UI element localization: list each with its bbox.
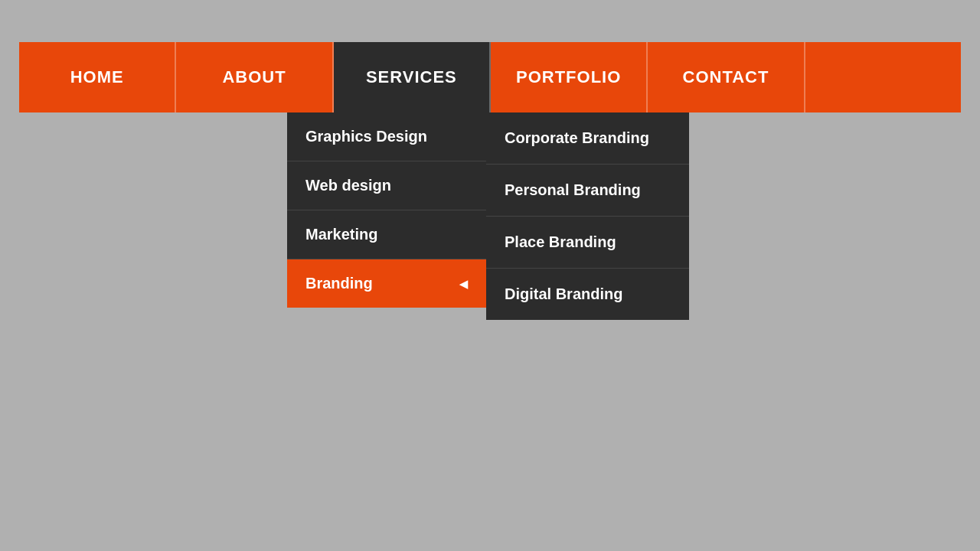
nav-services[interactable]: SERVICES: [334, 42, 491, 112]
dropdown-branding-label: Branding: [305, 275, 373, 292]
submenu-place-branding[interactable]: Place Branding: [486, 217, 689, 269]
dropdown-web-design[interactable]: Web design: [287, 161, 486, 210]
branding-submenu: Corporate Branding Personal Branding Pla…: [486, 112, 689, 320]
nav-contact[interactable]: CONTACT: [648, 42, 805, 112]
dropdown-graphics-design[interactable]: Graphics Design: [287, 112, 486, 161]
nav-about[interactable]: ABOUT: [176, 42, 333, 112]
submenu-corporate-branding[interactable]: Corporate Branding: [486, 112, 689, 165]
nav-home[interactable]: HOME: [19, 42, 176, 112]
dropdown-graphics-design-label: Graphics Design: [305, 128, 427, 145]
submenu-digital-branding[interactable]: Digital Branding: [486, 269, 689, 320]
nav-services-label: SERVICES: [366, 67, 457, 87]
nav-about-label: ABOUT: [222, 67, 286, 87]
navbar: HOME ABOUT SERVICES PORTFOLIO CONTACT: [19, 42, 961, 112]
dropdown-marketing[interactable]: Marketing: [287, 210, 486, 259]
services-dropdown: Graphics Design Web design Marketing Bra…: [287, 112, 486, 308]
submenu-personal-branding[interactable]: Personal Branding: [486, 165, 689, 217]
nav-home-label: HOME: [70, 67, 124, 87]
nav-portfolio-label: PORTFOLIO: [516, 67, 621, 87]
nav-extra: [805, 42, 961, 112]
submenu-personal-branding-label: Personal Branding: [505, 181, 641, 199]
dropdown-branding[interactable]: Branding ◀: [287, 259, 486, 308]
submenu-corporate-branding-label: Corporate Branding: [505, 129, 649, 147]
nav-portfolio[interactable]: PORTFOLIO: [491, 42, 648, 112]
nav-contact-label: CONTACT: [683, 67, 769, 87]
submenu-digital-branding-label: Digital Branding: [505, 285, 622, 303]
dropdown-marketing-label: Marketing: [305, 226, 377, 243]
submenu-place-branding-label: Place Branding: [505, 233, 616, 251]
branding-submenu-arrow: ◀: [459, 278, 468, 290]
dropdown-web-design-label: Web design: [305, 177, 391, 194]
